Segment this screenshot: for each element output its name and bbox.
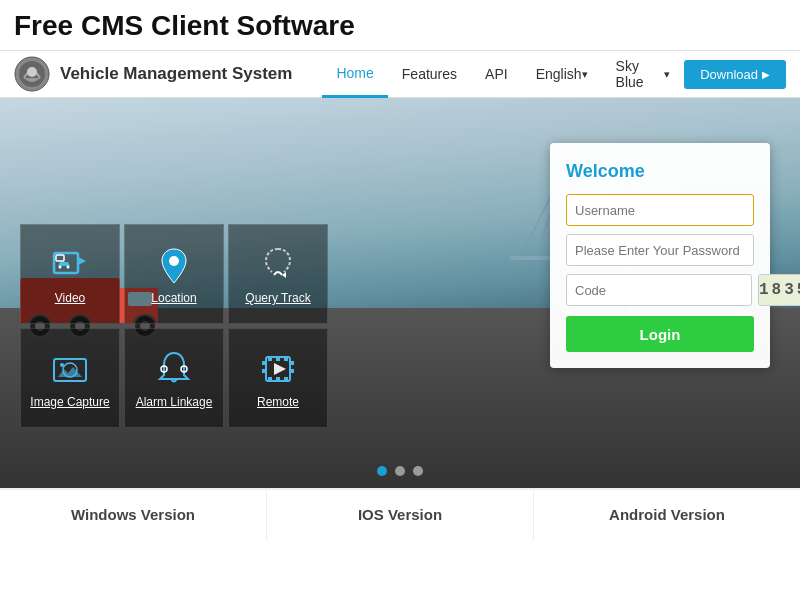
nav-links: Home Features API English Sky Blue Downl… xyxy=(322,50,786,98)
svg-point-29 xyxy=(67,266,70,269)
login-card: Welcome 1835 Login xyxy=(550,143,770,368)
video-icon xyxy=(50,245,90,285)
svg-point-31 xyxy=(169,256,179,266)
svg-rect-48 xyxy=(284,377,288,381)
alarm-linkage-icon xyxy=(154,349,194,389)
nav-language[interactable]: English xyxy=(522,50,602,98)
windows-section: Windows Version xyxy=(0,490,267,540)
page-title: Free CMS Client Software xyxy=(0,0,800,50)
svg-point-28 xyxy=(59,266,62,269)
nav-home[interactable]: Home xyxy=(322,50,387,98)
nav-features[interactable]: Features xyxy=(388,50,471,98)
feature-alarm-linkage-label: Alarm Linkage xyxy=(136,395,213,409)
svg-marker-49 xyxy=(274,363,286,375)
feature-location-label: Location xyxy=(151,291,196,305)
feature-grid: Video Location xyxy=(20,224,328,428)
remote-icon xyxy=(258,349,298,389)
login-button[interactable]: Login xyxy=(566,316,754,352)
svg-point-35 xyxy=(60,363,64,367)
carousel-dot-2[interactable] xyxy=(395,466,405,476)
nav-theme[interactable]: Sky Blue xyxy=(602,50,685,98)
captcha-image[interactable]: 1835 xyxy=(758,274,800,306)
svg-rect-45 xyxy=(268,377,272,381)
navbar-brand: Vehicle Management System xyxy=(60,64,292,84)
feature-query-track[interactable]: Query Track xyxy=(228,224,328,324)
svg-rect-39 xyxy=(262,361,266,365)
svg-rect-46 xyxy=(276,377,280,381)
image-capture-icon xyxy=(50,349,90,389)
svg-rect-40 xyxy=(262,369,266,373)
feature-remote-label: Remote xyxy=(257,395,299,409)
login-welcome-label: Welcome xyxy=(566,161,754,182)
bottom-bar: Windows Version IOS Version Android Vers… xyxy=(0,488,800,540)
password-input[interactable] xyxy=(566,234,754,266)
ios-label: IOS Version xyxy=(358,506,442,523)
feature-video[interactable]: Video xyxy=(20,224,120,324)
svg-rect-41 xyxy=(290,361,294,365)
feature-query-track-label: Query Track xyxy=(245,291,310,305)
feature-location[interactable]: Location xyxy=(124,224,224,324)
svg-marker-32 xyxy=(282,272,286,278)
carousel-dots xyxy=(377,466,423,476)
feature-remote[interactable]: Remote xyxy=(228,328,328,428)
svg-rect-47 xyxy=(284,357,288,361)
feature-image-capture[interactable]: Image Capture xyxy=(20,328,120,428)
captcha-input[interactable] xyxy=(566,274,752,306)
feature-video-label: Video xyxy=(55,291,85,305)
windows-label: Windows Version xyxy=(71,506,195,523)
svg-marker-30 xyxy=(78,257,86,265)
svg-rect-43 xyxy=(268,357,272,361)
logo-icon xyxy=(14,56,50,92)
hero-section: Video Location xyxy=(0,98,800,488)
svg-rect-27 xyxy=(56,255,64,261)
captcha-row: 1835 xyxy=(566,274,754,306)
feature-alarm-linkage[interactable]: Alarm Linkage xyxy=(124,328,224,428)
carousel-dot-1[interactable] xyxy=(377,466,387,476)
download-button[interactable]: Download xyxy=(684,60,786,89)
location-icon xyxy=(154,245,194,285)
carousel-dot-3[interactable] xyxy=(413,466,423,476)
svg-rect-42 xyxy=(290,369,294,373)
svg-point-2 xyxy=(27,67,37,77)
nav-api[interactable]: API xyxy=(471,50,522,98)
android-section: Android Version xyxy=(534,490,800,540)
svg-rect-44 xyxy=(276,357,280,361)
android-label: Android Version xyxy=(609,506,725,523)
feature-image-capture-label: Image Capture xyxy=(30,395,109,409)
query-track-icon xyxy=(258,245,298,285)
navbar: Vehicle Management System Home Features … xyxy=(0,50,800,98)
username-input[interactable] xyxy=(566,194,754,226)
ios-section: IOS Version xyxy=(267,490,534,540)
